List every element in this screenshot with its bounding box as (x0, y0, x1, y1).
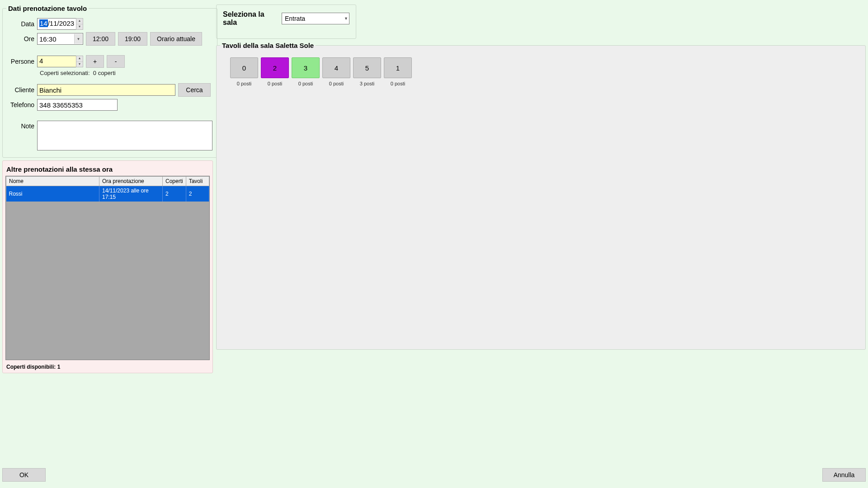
notes-label: Note (7, 121, 37, 130)
table-cell: 00 posti (230, 57, 258, 86)
ok-button[interactable]: OK (2, 468, 46, 482)
table-seats: 0 posti (322, 81, 350, 86)
time-label: Ore (7, 35, 37, 42)
date-stepper[interactable]: ▲ ▼ (76, 18, 83, 30)
room-select-label: Seleziona la sala (223, 10, 276, 27)
table-cell: 53 posti (353, 57, 381, 86)
other-reservations-grid[interactable]: Nome Ora prenotazione Coperti Tavoli Ros… (5, 176, 210, 360)
covers-available: Coperti disponibili: 1 (6, 364, 209, 370)
persons-step-up-icon[interactable]: ▲ (76, 56, 83, 62)
date-step-down-icon[interactable]: ▼ (76, 24, 83, 30)
table-cell: 30 posti (292, 57, 320, 86)
time-preset-1-button[interactable]: 12:00 (86, 32, 115, 46)
date-picker[interactable]: 14/11/2023 ▲ ▼ (37, 18, 83, 30)
time-now-button[interactable]: Orario attuale (150, 32, 202, 46)
time-value: 16:30 (39, 35, 57, 43)
cancel-button[interactable]: Annulla (822, 468, 866, 482)
persons-spinner-btns[interactable]: ▲ ▼ (76, 56, 83, 67)
table-cell: 40 posti (322, 57, 350, 86)
date-step-up-icon[interactable]: ▲ (76, 19, 83, 24)
room-select-fieldset: Seleziona la sala Entrata ▼ (216, 5, 356, 39)
table-button-1[interactable]: 1 (384, 57, 412, 78)
table-button-4[interactable]: 4 (322, 57, 350, 78)
table-seats: 0 posti (292, 81, 320, 86)
time-preset-2-button[interactable]: 19:00 (118, 32, 147, 46)
room-select-value: Entrata (285, 15, 305, 22)
table-button-0[interactable]: 0 (230, 57, 258, 78)
notes-textarea[interactable] (37, 121, 212, 150)
chevron-down-icon: ▼ (74, 34, 82, 44)
client-label: Cliente (7, 86, 37, 94)
phone-label: Telefono (7, 101, 37, 108)
room-select-combo[interactable]: Entrata ▼ (282, 13, 349, 24)
persons-minus-button[interactable]: - (107, 55, 125, 68)
table-cell: 10 posti (384, 57, 412, 86)
phone-input[interactable] (37, 99, 118, 111)
booking-fieldset: Dati prenotazione tavolo Data 14/11/2023… (2, 5, 217, 158)
tables-strip: 00 posti20 posti30 posti40 posti53 posti… (221, 53, 861, 91)
table-seats: 3 posti (353, 81, 381, 86)
table-button-2[interactable]: 2 (261, 57, 289, 78)
chevron-down-icon: ▼ (344, 16, 348, 21)
tables-section-title: Tavoli della sala Saletta Sole (220, 42, 316, 49)
other-reservations-box: Altre prenotazioni alla stessa ora Nome … (2, 160, 213, 373)
table-seats: 0 posti (384, 81, 412, 86)
persons-plus-button[interactable]: + (86, 55, 104, 68)
col-name[interactable]: Nome (6, 177, 99, 186)
date-value-selected: 14 (39, 19, 48, 27)
persons-label: Persone (7, 58, 37, 65)
booking-section-title: Dati prenotazione tavolo (6, 5, 89, 12)
col-tables[interactable]: Tavoli (186, 177, 209, 186)
client-input[interactable] (37, 84, 175, 96)
table-button-3[interactable]: 3 (292, 57, 320, 78)
client-search-button[interactable]: Cerca (178, 83, 211, 97)
table-row[interactable]: Rossi 14/11/2023 alle ore 17:15 2 2 (6, 186, 209, 202)
persons-step-down-icon[interactable]: ▼ (76, 62, 83, 67)
date-value-rest: /11/2023 (48, 19, 74, 27)
col-covers[interactable]: Coperti (163, 177, 186, 186)
other-reservations-title: Altre prenotazioni alla stessa ora (6, 165, 209, 173)
covers-selected: Coperti selezionati: 0 coperti (40, 70, 212, 76)
time-combo[interactable]: 16:30 ▼ (37, 33, 83, 45)
table-cell: 20 posti (261, 57, 289, 86)
col-time[interactable]: Ora prenotazione (99, 177, 163, 186)
table-seats: 0 posti (230, 81, 258, 86)
persons-value[interactable]: 4 (37, 56, 76, 67)
persons-stepper[interactable]: 4 ▲ ▼ (37, 56, 83, 67)
table-button-5[interactable]: 5 (353, 57, 381, 78)
date-label: Data (7, 20, 37, 28)
table-seats: 0 posti (261, 81, 289, 86)
tables-fieldset: Tavoli della sala Saletta Sole 00 posti2… (216, 42, 866, 350)
